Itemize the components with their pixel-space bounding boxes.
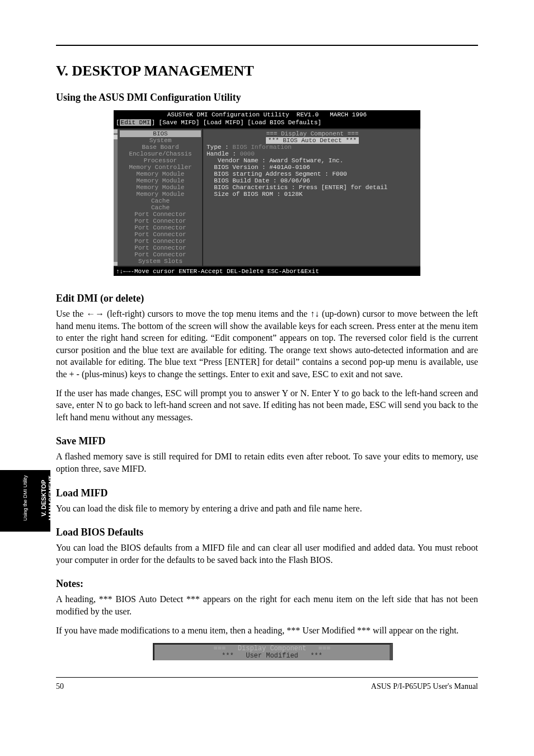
load-bios-defaults-title: Load BIOS Defaults [56,527,478,538]
load-mifd-title: Load MIFD [56,487,478,499]
handle-line: Handle : 0000 [207,151,418,157]
scroll-thumb [114,135,118,139]
side-tab-roman: V. DESKTOP MANAGEMENT [40,470,55,526]
version-line: BIOS Version : #401A0-0106 [207,164,418,171]
bios-menu: [Edit DMI] [Save MIFD] [Load MIFD] [Load… [114,119,420,128]
item-base-board: Base Board [119,144,202,151]
build-date-line: BIOS Build Date : 08/06/96 [207,177,418,184]
item-memory-module-1: Memory Module [119,171,202,177]
menu-save-mifd: Save MIFD [162,119,195,126]
save-mifd-title: Save MIFD [56,435,478,447]
type-line: Type : BIOS Information [207,144,418,151]
user-modified-snippet: === Display Component === *** User Modif… [153,643,393,660]
item-port-1: Port Connector [119,211,202,218]
item-memory-module-4: Memory Module [119,191,202,198]
notes-p2: If you have made modifications to a menu… [56,624,478,637]
menu-load-bios-defaults: Load BIOS Defaults [251,119,318,126]
item-enclosure: Enclosure/Chassis [119,151,202,157]
load-mifd-p1: You can load the disk file to memory by … [56,503,478,515]
manual-name: ASUS P/I-P65UP5 User's Manual [371,682,478,691]
item-cache-1: Cache [119,198,202,204]
item-port-2: Port Connector [119,218,202,224]
characteristics-line: BIOS Characteristics : Press [ENTER] for… [207,184,418,191]
edit-dmi-title: Edit DMI (or delete) [56,293,478,304]
side-tab: V. DESKTOP MANAGEMENT Using the DMI Util… [0,470,50,532]
side-tab-sub: Using the DMI Utility [22,470,29,526]
segment-line: BIOS starting Address Segment : F000 [207,171,418,177]
item-system: System [119,137,202,144]
auto-detect-header: *** BIOS Auto Detect *** [207,137,418,144]
scroll-down-arrow [114,262,118,266]
item-port-5: Port Connector [119,238,202,245]
scroll-up-arrow [114,129,118,133]
item-port-3: Port Connector [119,224,202,231]
vendor-line: Vendor Name : Award Software, Inc. [207,157,418,164]
item-processor: Processor [119,157,202,164]
notes-p1: A heading, *** BIOS Auto Detect *** appe… [56,593,478,617]
bios-footer: ↑↓←→-Move cursor ENTER-Accept DEL-Delete… [114,266,420,276]
item-system-slots: System Slots [119,258,202,265]
page-number: 50 [56,682,64,691]
menu-edit-dmi: Edit DMI [120,119,152,126]
rom-size-line: Size of BIOS ROM : 0128K [207,191,418,198]
item-memory-module-3: Memory Module [119,184,202,191]
bios-right-column: === Display Component === *** BIOS Auto … [203,129,420,266]
bios-scrollbar [114,129,118,266]
item-port-4: Port Connector [119,231,202,238]
load-bios-defaults-p1: You can load the BIOS defaults from a MI… [56,542,478,566]
save-mifd-p1: A flashed memory save is still required … [56,450,478,475]
item-cache-2: Cache [119,204,202,211]
edit-dmi-p1: Use the ←→ (left-right) cursors to move … [56,308,478,381]
menu-load-mifd: Load MIFD [207,119,240,126]
item-memory-module-2: Memory Module [119,177,202,184]
edit-dmi-p2: If the user has made changes, ESC will p… [56,387,478,424]
using-title: Using the ASUS DMI Configuration Utility [56,92,478,104]
bios-title: ASUSTeK DMI Configuration Utility REV1.0… [114,110,420,119]
item-port-6: Port Connector [119,245,202,251]
section-title: V. DESKTOP MANAGEMENT [56,63,478,79]
item-bios: BIOS [120,130,201,137]
bios-left-column: BIOS System Base Board Enclosure/Chassis… [114,129,203,266]
notes-title: Notes: [56,578,478,590]
display-component-header: === Display Component === [207,130,418,137]
item-port-7: Port Connector [119,251,202,258]
bios-screenshot: ASUSTeK DMI Configuration Utility REV1.0… [114,110,420,276]
item-memory-controller: Memory Controller [119,164,202,171]
